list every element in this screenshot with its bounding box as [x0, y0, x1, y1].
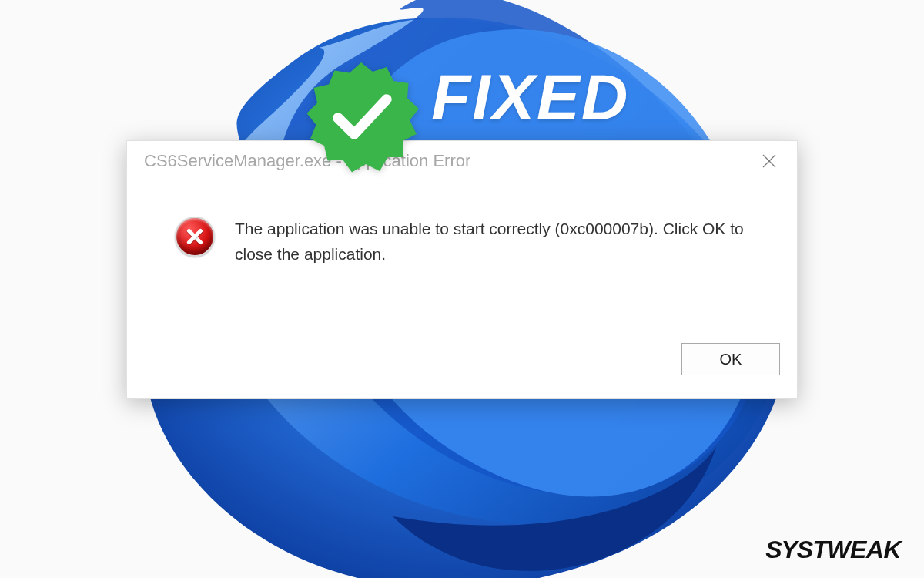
close-button[interactable]	[752, 144, 786, 178]
dialog-message: The application was unable to start corr…	[235, 217, 758, 267]
error-dialog: CS6ServiceManager.exe - Application Erro…	[126, 140, 798, 399]
brand-sys: SYS	[765, 536, 812, 563]
ok-button[interactable]: OK	[681, 343, 780, 375]
brand-tweak: TWEAK	[812, 536, 901, 563]
dialog-title: CS6ServiceManager.exe - Application Erro…	[144, 151, 752, 171]
fixed-overlay-text: FIXED	[431, 60, 629, 135]
error-icon	[175, 217, 215, 257]
fixed-badge	[303, 60, 419, 176]
check-icon	[303, 60, 419, 176]
dialog-body: The application was unable to start corr…	[127, 181, 797, 334]
close-icon	[762, 154, 776, 168]
dialog-footer: OK	[127, 334, 797, 398]
dialog-titlebar[interactable]: CS6ServiceManager.exe - Application Erro…	[127, 141, 797, 181]
systweak-logo: SYSTWEAK	[765, 536, 901, 564]
